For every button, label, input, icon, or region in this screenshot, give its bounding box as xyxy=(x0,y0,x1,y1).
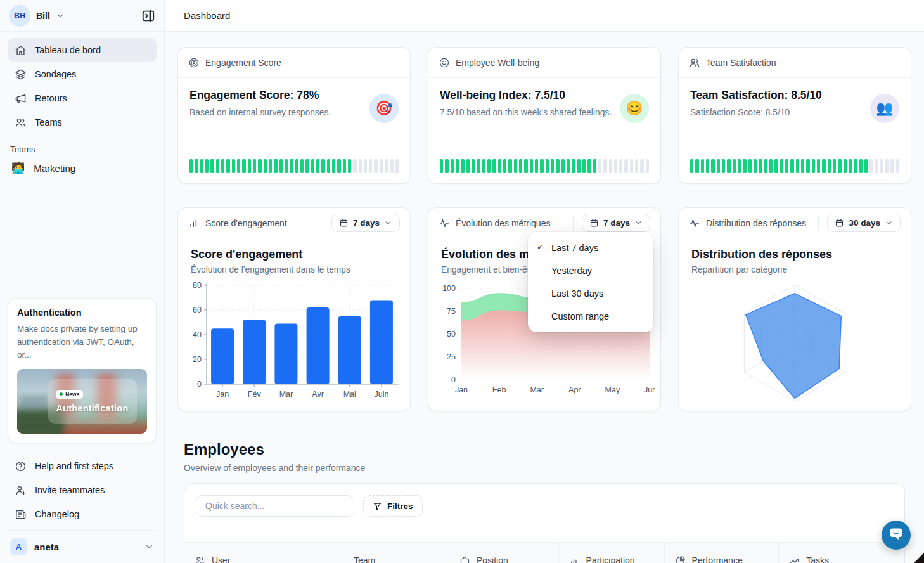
sidebar-item-label: Retours xyxy=(35,93,67,103)
column-label: Team xyxy=(354,555,375,563)
progress-segment xyxy=(754,159,757,173)
column-header-tasks[interactable]: Tasks xyxy=(778,543,904,563)
menu-item-custom-range[interactable]: Custom range xyxy=(528,305,653,328)
date-range-button[interactable]: 7 days xyxy=(582,214,650,232)
svg-text:0: 0 xyxy=(451,375,456,384)
progress-segment xyxy=(451,159,454,173)
sidebar-item-changelog[interactable]: Changelog xyxy=(8,502,157,526)
date-range-button[interactable]: 30 days xyxy=(827,214,901,232)
progress-segment xyxy=(646,159,649,173)
progress-segment xyxy=(232,159,235,173)
progress-segment xyxy=(593,159,596,173)
stat-subtitle: Satisfaction Score: 8.5/10 xyxy=(690,108,822,117)
progress-segment xyxy=(640,159,643,173)
promo-overlay-card: News Authentification xyxy=(48,379,136,423)
sidebar-item-label: Teams xyxy=(35,117,62,127)
funnel-icon xyxy=(373,502,382,511)
progress-segment xyxy=(896,159,899,173)
user-avatar[interactable]: BH xyxy=(9,5,30,27)
progress-segment xyxy=(790,159,793,173)
promo-title: Authentication xyxy=(17,307,147,318)
date-range-label: 7 days xyxy=(353,218,380,228)
employees-subtitle: Overview of employees and their performa… xyxy=(184,463,905,473)
svg-text:Jan: Jan xyxy=(455,385,468,394)
progress-segment xyxy=(477,159,480,173)
progress-segment xyxy=(769,159,773,173)
progress-segment xyxy=(701,159,704,173)
progress-segment xyxy=(540,159,543,173)
sidebar-item-sondages[interactable]: Sondages xyxy=(8,62,157,86)
progress-segment xyxy=(706,159,709,173)
stat-card-employee-well-being: Employee Well-beingWell-being Index: 7.5… xyxy=(428,47,661,184)
chart-card-2: Distribution des réponses30 daysDistribu… xyxy=(678,207,911,411)
filters-label: Filtres xyxy=(387,502,413,511)
stat-card-header: Team Satisfaction xyxy=(679,48,911,78)
progress-segment xyxy=(210,159,214,173)
authentication-promo-card[interactable]: Authentication Make docs private by sett… xyxy=(8,298,157,443)
progress-bar xyxy=(428,159,660,183)
divider xyxy=(818,216,819,230)
user-name[interactable]: Bill xyxy=(36,11,50,21)
calendar-icon xyxy=(589,218,599,228)
progress-segment xyxy=(390,159,393,173)
users-icon xyxy=(689,57,700,68)
progress-segment xyxy=(635,159,638,173)
column-header-participation[interactable]: Participation xyxy=(558,543,664,563)
sidebar-item-label: Sondages xyxy=(35,69,76,79)
progress-bar xyxy=(679,159,911,183)
progress-segment xyxy=(311,159,314,173)
menu-item-last-30-days[interactable]: Last 30 days xyxy=(528,282,653,305)
changelog-icon xyxy=(15,508,27,521)
calendar-icon xyxy=(339,218,349,228)
sidebar-header: BH Bill xyxy=(0,0,164,32)
help-icon xyxy=(15,460,27,472)
stat-card-team-satisfaction: Team SatisfactionTeam Satisfaction: 8.5/… xyxy=(678,47,911,184)
sidebar-item-tableau-de-bord[interactable]: Tableau de bord xyxy=(8,38,157,62)
chart-subtitle: Évolution de l'engagement dans le temps xyxy=(178,261,410,275)
search-input[interactable] xyxy=(196,495,354,517)
stat-subtitle: 7.5/10 based on this week's shared feeli… xyxy=(440,108,612,117)
progress-segment xyxy=(503,159,506,173)
svg-text:25: 25 xyxy=(447,353,456,361)
svg-text:Juin: Juin xyxy=(374,390,388,399)
chat-launcher-button[interactable] xyxy=(882,521,911,550)
progress-segment xyxy=(609,159,612,173)
chart-subtitle: Répartition par catégorie xyxy=(679,261,911,275)
menu-item-last-7-days[interactable]: ✓Last 7 days xyxy=(528,236,653,259)
sidebar-item-help-and-first-steps[interactable]: Help and first steps xyxy=(8,454,157,478)
bar-chart-icon xyxy=(569,555,580,563)
progress-segment xyxy=(727,159,730,173)
date-range-button[interactable]: 7 days xyxy=(331,214,400,232)
progress-segment xyxy=(524,159,527,173)
progress-segment xyxy=(290,159,293,173)
progress-segment xyxy=(833,159,836,173)
stat-emoji-badge: 🎯 xyxy=(369,94,399,123)
workspace-switcher[interactable]: A aneta xyxy=(8,530,157,563)
sidebar-item-invite-teammates[interactable]: Invite teammates xyxy=(8,478,157,502)
sidebar-collapse-icon[interactable] xyxy=(141,9,155,23)
mouse-cursor xyxy=(914,553,924,563)
progress-segment xyxy=(253,159,256,173)
menu-item-yesterday[interactable]: Yesterday xyxy=(528,259,653,282)
progress-segment xyxy=(838,159,841,173)
megaphone-icon xyxy=(15,93,27,105)
column-header-position[interactable]: Position xyxy=(449,543,558,563)
column-header-user[interactable]: User xyxy=(184,543,343,563)
progress-segment xyxy=(300,159,304,173)
svg-text:Mai: Mai xyxy=(343,390,356,399)
column-header-team[interactable]: Team xyxy=(343,543,449,563)
filters-button[interactable]: Filtres xyxy=(363,495,423,517)
progress-segment xyxy=(348,159,351,173)
sidebar-item-teams[interactable]: Teams xyxy=(8,110,157,134)
progress-segment xyxy=(242,159,245,173)
sidebar-item-retours[interactable]: Retours xyxy=(8,86,157,110)
svg-text:Feb: Feb xyxy=(492,385,506,394)
column-label: User xyxy=(212,555,231,563)
page-title: Dashboard xyxy=(184,10,230,21)
progress-segment xyxy=(748,159,752,173)
sidebar-team-item-marketing[interactable]: 🧑‍💻Marketing xyxy=(0,157,164,175)
chart-card-header-label: Évolution des métriques xyxy=(456,218,550,228)
menu-item-label: Custom range xyxy=(551,311,609,321)
column-header-performance[interactable]: Performance xyxy=(664,543,779,563)
progress-segment xyxy=(395,159,399,173)
